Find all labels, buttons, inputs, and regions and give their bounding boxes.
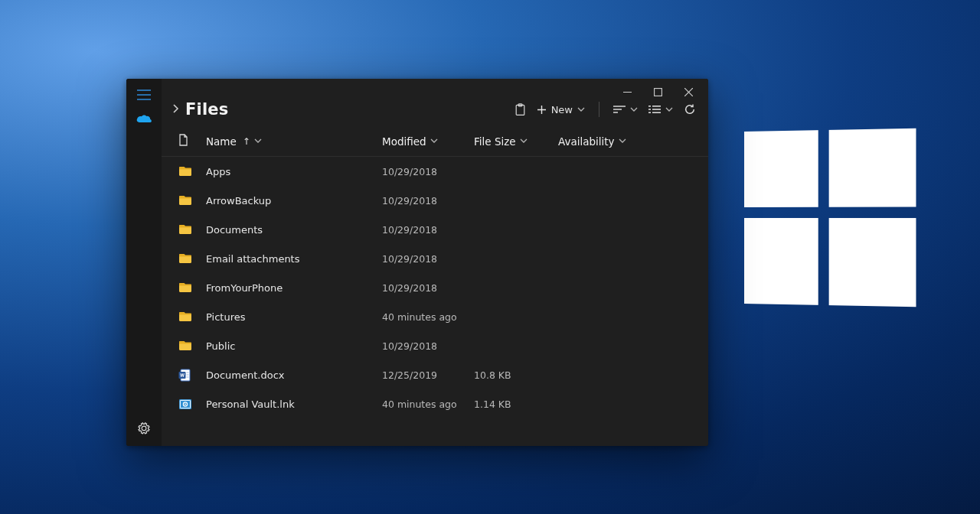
chevron-down-icon xyxy=(630,107,638,112)
file-name: Documents xyxy=(206,224,382,236)
word-icon xyxy=(178,369,206,382)
breadcrumb[interactable]: Files xyxy=(172,100,228,119)
table-row[interactable]: Documents10/29/2018 xyxy=(162,215,708,244)
nav-rail xyxy=(126,79,162,446)
file-name: Document.docx xyxy=(206,369,382,381)
svg-rect-16 xyxy=(648,109,651,110)
paste-button[interactable] xyxy=(514,103,526,116)
table-row[interactable]: Public10/29/2018 xyxy=(162,331,708,360)
chevron-down-icon xyxy=(665,107,673,112)
file-modified: 40 minutes ago xyxy=(382,311,474,323)
file-modified: 10/29/2018 xyxy=(382,340,474,352)
file-modified: 10/29/2018 xyxy=(382,166,474,177)
svg-rect-18 xyxy=(648,112,651,113)
table-row[interactable]: Personal Vault.lnk40 minutes ago1.14 KB xyxy=(162,389,708,418)
refresh-button[interactable] xyxy=(684,103,696,115)
table-row[interactable]: ArrowBackup10/29/2018 xyxy=(162,186,708,215)
file-name: Personal Vault.lnk xyxy=(206,399,382,410)
file-size: 10.8 KB xyxy=(474,369,558,381)
view-button[interactable] xyxy=(648,105,673,114)
svg-rect-17 xyxy=(652,109,661,110)
file-name: Pictures xyxy=(206,311,382,323)
svg-rect-15 xyxy=(652,106,661,107)
new-button[interactable]: New xyxy=(537,104,585,115)
main-panel: Files New xyxy=(162,79,708,446)
vault-icon xyxy=(178,398,206,411)
folder-icon xyxy=(178,281,206,294)
chevron-down-icon xyxy=(577,107,585,112)
column-headers: Name ↑ Modified File Size Availability xyxy=(162,125,708,157)
chevron-down-icon xyxy=(520,138,528,144)
folder-icon xyxy=(178,311,206,324)
col-size[interactable]: File Size xyxy=(474,135,558,148)
toolbar-separator xyxy=(599,102,599,117)
list-view-icon xyxy=(648,105,661,114)
file-name: Public xyxy=(206,340,382,352)
chevron-down-icon xyxy=(254,138,262,144)
folder-icon xyxy=(178,194,206,207)
file-modified: 10/29/2018 xyxy=(382,253,474,265)
folder-icon xyxy=(178,165,206,178)
windows-logo-icon xyxy=(744,128,916,307)
table-row[interactable]: Document.docx12/25/201910.8 KB xyxy=(162,360,708,389)
svg-rect-4 xyxy=(654,88,662,96)
file-explorer-window: Files New xyxy=(126,79,708,446)
col-name[interactable]: Name ↑ xyxy=(206,135,382,148)
col-modified[interactable]: Modified xyxy=(382,135,474,148)
sort-lines-icon xyxy=(613,105,626,114)
settings-gear-icon[interactable] xyxy=(137,421,151,435)
file-size: 1.14 KB xyxy=(474,399,558,410)
toolbar: New xyxy=(514,102,696,117)
new-button-label: New xyxy=(551,104,573,115)
page-title: Files xyxy=(185,100,228,119)
col-availability[interactable]: Availability xyxy=(558,135,691,148)
svg-rect-19 xyxy=(652,112,661,113)
table-row[interactable]: Pictures40 minutes ago xyxy=(162,302,708,331)
file-modified: 10/29/2018 xyxy=(382,224,474,236)
file-list: Apps10/29/2018ArrowBackup10/29/2018Docum… xyxy=(162,157,708,446)
onedrive-icon[interactable] xyxy=(136,114,152,125)
sort-button[interactable] xyxy=(613,105,638,114)
select-all-column-icon[interactable] xyxy=(178,134,206,148)
table-row[interactable]: FromYourPhone10/29/2018 xyxy=(162,273,708,302)
file-modified: 12/25/2019 xyxy=(382,369,474,381)
plus-icon xyxy=(537,105,547,115)
refresh-icon xyxy=(684,103,696,115)
file-modified: 10/29/2018 xyxy=(382,195,474,207)
file-name: Apps xyxy=(206,166,382,177)
svg-rect-14 xyxy=(648,106,651,107)
table-row[interactable]: Apps10/29/2018 xyxy=(162,157,708,186)
folder-icon xyxy=(178,340,206,353)
file-modified: 10/29/2018 xyxy=(382,282,474,294)
chevron-down-icon xyxy=(430,138,438,144)
sort-asc-icon: ↑ xyxy=(243,136,250,147)
hamburger-icon[interactable] xyxy=(137,89,151,100)
chevron-right-icon xyxy=(172,102,179,117)
file-modified: 40 minutes ago xyxy=(382,399,474,410)
folder-icon xyxy=(178,223,206,236)
file-name: Email attachments xyxy=(206,253,382,265)
chevron-down-icon xyxy=(619,138,626,144)
file-name: FromYourPhone xyxy=(206,282,382,294)
table-row[interactable]: Email attachments10/29/2018 xyxy=(162,244,708,273)
file-name: ArrowBackup xyxy=(206,195,382,207)
folder-icon xyxy=(178,252,206,265)
